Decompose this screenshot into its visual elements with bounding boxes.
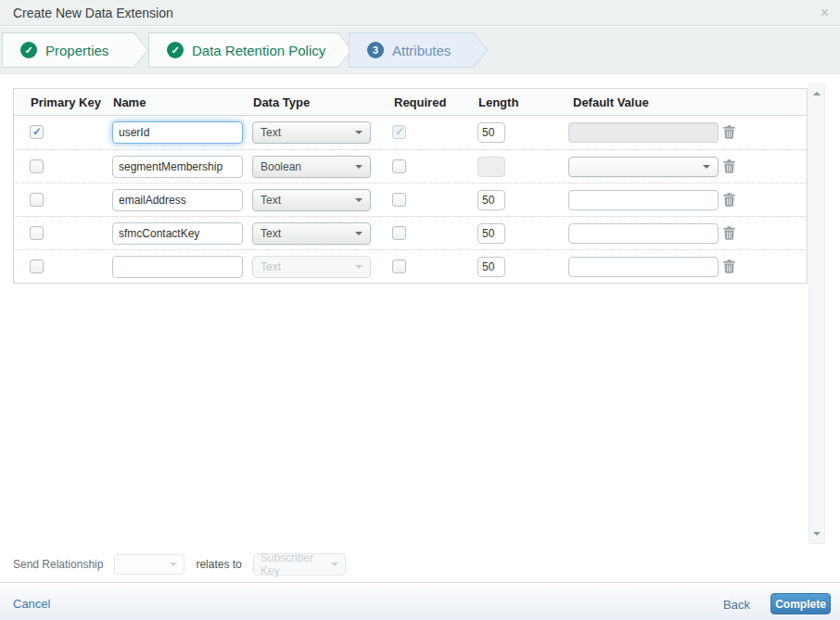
relates-to-label: relates to [196,558,241,571]
cancel-link[interactable]: Cancel [13,597,50,611]
data-type-select[interactable]: Boolean [252,156,371,178]
trash-icon[interactable] [723,259,735,273]
length-input[interactable] [477,190,505,210]
column-header-default-value: Default Value [573,89,649,116]
required-checkbox[interactable] [392,193,406,207]
chevron-down-icon [355,198,363,202]
primary-key-checkbox[interactable] [30,226,44,240]
footer: Cancel Back Complete [0,583,840,620]
table-row: Text [14,183,807,216]
chevron-down-icon [703,165,710,169]
triangle-up-icon [813,92,821,95]
name-input[interactable] [112,156,243,178]
length-input[interactable] [477,257,505,277]
default-value-input[interactable] [568,223,719,244]
subscriber-key-select: Subscriber Key [253,553,346,576]
attributes-table: Primary Key Name Data Type Required Leng… [13,88,808,284]
data-type-select: Text [252,256,371,278]
dialog-title: Create New Data Extension [13,0,173,26]
column-header-name: Name [113,89,146,116]
close-icon[interactable]: × [821,4,829,22]
chevron-down-icon [355,265,363,269]
length-input [477,157,505,177]
primary-key-checkbox[interactable] [30,125,44,139]
back-button[interactable]: Back [723,598,750,612]
default-value-input[interactable] [568,190,719,210]
trash-icon[interactable] [723,125,735,139]
data-type-select[interactable]: Text [252,189,371,211]
scroll-up-button[interactable] [809,86,824,101]
table-row: Text [14,249,807,283]
step-number-badge: 3 [367,42,384,58]
primary-key-checkbox[interactable] [30,193,44,207]
required-checkbox[interactable] [392,159,406,173]
step-label: Attributes [392,43,451,58]
name-input[interactable] [112,256,243,278]
length-input[interactable] [477,122,505,143]
scrollbar[interactable] [808,83,825,544]
trash-icon[interactable] [723,193,735,207]
chevron-down-icon [355,165,363,169]
step-label: Data Retention Policy [192,43,325,58]
check-circle-icon: ✓ [167,42,184,58]
data-type-select[interactable]: Text [252,222,371,245]
column-header-data-type: Data Type [253,89,310,116]
name-input[interactable] [112,189,243,211]
send-relationship-label: Send Relationship [13,558,103,571]
chevron-down-icon [170,563,177,566]
data-type-select[interactable]: Text [252,121,371,144]
step-label: Properties [45,43,108,58]
chevron-down-icon [355,232,363,235]
column-header-required: Required [394,89,446,116]
required-checkbox [392,125,406,139]
default-value-select[interactable] [568,157,719,177]
trash-icon[interactable] [723,159,735,173]
chevron-down-icon [331,563,338,566]
data-type-value: Text [261,227,281,240]
trash-icon[interactable] [723,226,735,240]
data-type-value: Text [261,260,281,273]
send-relationship-row: Send Relationship relates to Subscriber … [13,552,346,576]
data-type-value: Text [261,194,281,207]
dialog-titlebar: Create New Data Extension × [0,0,840,26]
default-value-input[interactable] [568,257,719,277]
table-row: Text [14,216,807,249]
chevron-down-icon [355,131,363,134]
wizard-step-properties[interactable]: ✓ Properties [2,32,148,68]
data-type-value: Boolean [261,160,301,173]
required-checkbox[interactable] [392,226,406,240]
table-row: Text [14,116,807,149]
wizard-step-attributes[interactable]: 3 Attributes [349,32,488,68]
primary-key-checkbox[interactable] [30,159,44,173]
column-header-length: Length [478,89,518,116]
default-value-input [568,122,719,143]
data-type-value: Text [261,126,281,139]
subscriber-key-value: Subscriber Key [261,551,331,577]
primary-key-checkbox[interactable] [30,259,44,273]
wizard-step-bar: ✓ Properties ✓ Data Retention Policy 3 A… [0,27,840,74]
table-header-row: Primary Key Name Data Type Required Leng… [14,89,807,116]
name-input[interactable] [112,121,243,144]
scroll-down-button[interactable] [809,526,824,541]
table-row: Boolean [14,149,807,183]
triangle-down-icon [813,532,821,536]
check-circle-icon: ✓ [20,42,37,58]
length-input[interactable] [477,223,505,244]
name-input[interactable] [112,222,243,245]
required-checkbox[interactable] [392,259,406,273]
complete-button[interactable]: Complete [770,593,831,614]
column-header-primary-key: Primary Key [31,89,101,116]
send-relationship-field-select [114,554,185,575]
wizard-step-data-retention-policy[interactable]: ✓ Data Retention Policy [148,32,352,68]
